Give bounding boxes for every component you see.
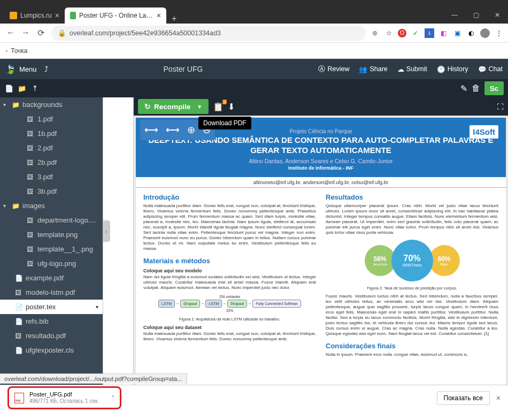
authors: Altino Dantas, Anderson Soares e Celso G… xyxy=(147,158,495,164)
file-item[interactable]: 🖼resultado.pdf xyxy=(0,329,103,343)
leaf-icon: 🍃 xyxy=(5,64,16,74)
close-window-button[interactable]: ✕ xyxy=(487,6,508,24)
ext-icon[interactable]: ◐ xyxy=(466,28,476,38)
ext-icon[interactable]: ▣ xyxy=(452,28,462,38)
download-item[interactable]: Poster_UFG.pdf 496/771 КБ, Осталась 1 се… xyxy=(7,386,121,409)
image-icon: 🖼 xyxy=(27,246,34,253)
file-icon: 📄 xyxy=(15,274,22,282)
section-heading: Materiais e métodos xyxy=(143,257,316,265)
ext-icon[interactable]: ✓ xyxy=(411,28,420,38)
url-text: overleaf.com/project/5ee42e936654a500013… xyxy=(70,29,221,37)
pane-handle[interactable]: ‹ xyxy=(103,220,110,242)
submit-button[interactable]: ☁Submit xyxy=(397,65,427,74)
chevron-down-icon[interactable]: ▾ xyxy=(96,304,98,310)
folder-images[interactable]: ▾📁images xyxy=(0,198,103,213)
file-item[interactable]: 🖼2.pdf xyxy=(0,141,103,155)
file-item[interactable]: 🖼template__1_.png xyxy=(0,242,103,256)
file-item[interactable]: 🖼2b.pdf xyxy=(0,155,103,170)
ext-icon[interactable]: ◧ xyxy=(438,28,448,38)
menu-button[interactable]: 🍃 Menu xyxy=(5,64,37,74)
image-icon: 🖼 xyxy=(27,130,34,138)
download-pdf-icon[interactable]: ⬇ xyxy=(228,102,235,112)
fullscreen-icon[interactable]: ⛶ xyxy=(497,103,504,111)
share-icon: 👥 xyxy=(359,65,367,73)
file-icon: 📄 xyxy=(15,318,22,325)
file-item[interactable]: 🖼3b.pdf xyxy=(0,184,103,198)
file-item[interactable]: 📄ufgtexposter.cls xyxy=(0,343,103,357)
pdf-file-icon xyxy=(14,393,24,403)
maximize-button[interactable]: ▢ xyxy=(465,6,487,24)
institute: Instituto de Informática - INF xyxy=(147,165,495,171)
tab-overleaf[interactable]: Poster UFG - Online LaTeX Edito × xyxy=(65,7,166,24)
ext-icon[interactable]: O xyxy=(398,29,406,37)
chat-button[interactable]: 💬Chat xyxy=(478,65,503,74)
file-icon: 📄 xyxy=(15,347,22,354)
body-text: Nulla in ipsum. Praesent eros nulla, con… xyxy=(326,352,498,357)
close-icon[interactable]: × xyxy=(496,394,501,402)
image-icon: 🖼 xyxy=(15,289,22,296)
subsection-heading: Coloque aqui seu modelo xyxy=(143,268,316,273)
submit-icon: ☁ xyxy=(397,65,404,73)
section-heading: Considerações finais xyxy=(326,342,498,350)
back-button[interactable]: ← xyxy=(4,28,17,38)
file-item[interactable]: 📄example.pdf xyxy=(0,271,103,285)
file-item[interactable]: 🖼template.png xyxy=(0,227,103,242)
new-folder-icon[interactable]: 📁 xyxy=(17,85,27,93)
star-icon[interactable]: ☆ xyxy=(384,28,394,38)
edit-icon[interactable]: ✎ xyxy=(460,83,467,94)
menu-icon[interactable]: ⋮ xyxy=(494,28,504,38)
pdf-page: ⟷ ⟷ ⊕ ⊖ I4Soft Projeto Ciência no Parque… xyxy=(136,118,506,390)
editor-pane: ‹ xyxy=(103,97,134,392)
share-button[interactable]: 👥Share xyxy=(359,65,387,74)
body-text: Nulla malesuada porttitor diam. Donec fe… xyxy=(143,203,316,251)
overleaf-toolbar: 📄 📁 ⤒ ✎ 🗑 Sc xyxy=(0,79,508,97)
figure-caption: Figura 1: Arquitetura da rede LSTM utili… xyxy=(143,317,316,322)
file-item[interactable]: 📄refs.bib xyxy=(0,314,103,329)
tab-lumpics[interactable]: Lumpics.ru × xyxy=(4,7,65,24)
file-item[interactable]: 🖼modelo-lstm.pdf xyxy=(0,285,103,300)
body-text: Nam dui ligula fringilla a euismod sodal… xyxy=(143,274,316,291)
reload-button[interactable]: ⟳ xyxy=(34,28,47,38)
fit-height-icon[interactable]: ⟷ xyxy=(166,124,180,136)
minimize-button[interactable]: ― xyxy=(444,6,465,24)
delete-icon[interactable]: 🗑 xyxy=(472,83,480,93)
file-item[interactable]: 🖼3.pdf xyxy=(0,170,103,184)
close-icon[interactable]: × xyxy=(157,11,161,20)
result-chart: 56%JavaCode 70%SBSEThesis 60%Bible xyxy=(326,240,498,281)
file-item[interactable]: 🖼department-logo.... xyxy=(0,213,103,227)
close-icon[interactable]: × xyxy=(55,11,59,20)
image-icon: 🖼 xyxy=(27,231,34,239)
logo: I4Soft xyxy=(469,125,498,139)
url-input[interactable]: 🔒 overleaf.com/project/5ee42e936654a5000… xyxy=(51,26,366,41)
file-item[interactable]: 🖼1b.pdf xyxy=(0,126,103,141)
avatar[interactable] xyxy=(480,28,490,38)
upload-icon[interactable]: ⤴ xyxy=(44,65,48,73)
show-all-button[interactable]: Показать все xyxy=(437,391,490,405)
forward-button[interactable]: → xyxy=(19,28,32,38)
body-text: Nulla malesuada porttitor diam. Donec fe… xyxy=(143,331,316,342)
bookmarks-bar: ▪ Точка xyxy=(0,43,508,59)
history-button[interactable]: 🕐History xyxy=(437,65,468,74)
fit-width-icon[interactable]: ⟷ xyxy=(144,124,158,136)
review-button[interactable]: ⒶReview xyxy=(318,65,349,74)
chevron-up-icon[interactable]: ˄ xyxy=(112,395,114,401)
bookmark-item[interactable]: Точка xyxy=(11,47,27,55)
image-icon: 🖼 xyxy=(27,116,34,123)
recompile-button[interactable]: ↻ Recompile ▼ xyxy=(138,99,209,114)
logs-icon[interactable]: 📋2 xyxy=(213,102,224,112)
chevron-down-icon[interactable]: ▼ xyxy=(197,104,202,110)
new-file-icon[interactable]: 📄 xyxy=(4,85,14,93)
zoom-in-icon[interactable]: ⊕ xyxy=(187,124,195,136)
translate-icon[interactable]: ⊕ xyxy=(370,28,380,38)
ext-icon[interactable]: 1 xyxy=(425,28,434,38)
refresh-icon: ↻ xyxy=(144,102,151,111)
file-item-selected[interactable]: 📄poster.tex▾ xyxy=(0,300,103,314)
file-item[interactable]: 🖼1.pdf xyxy=(0,112,103,126)
scroll-button[interactable]: Sc xyxy=(484,81,504,95)
download-filename: Poster_UFG.pdf xyxy=(29,391,99,398)
new-tab-button[interactable]: + xyxy=(166,14,182,24)
body-text: Fusce mauris. Vestibulum luctus nibh at … xyxy=(326,294,498,337)
file-item[interactable]: 🖼ufg-logo.png xyxy=(0,256,103,271)
folder-backgrounds[interactable]: ▾📁backgrounds xyxy=(0,97,103,112)
upload-file-icon[interactable]: ⤒ xyxy=(30,85,40,93)
